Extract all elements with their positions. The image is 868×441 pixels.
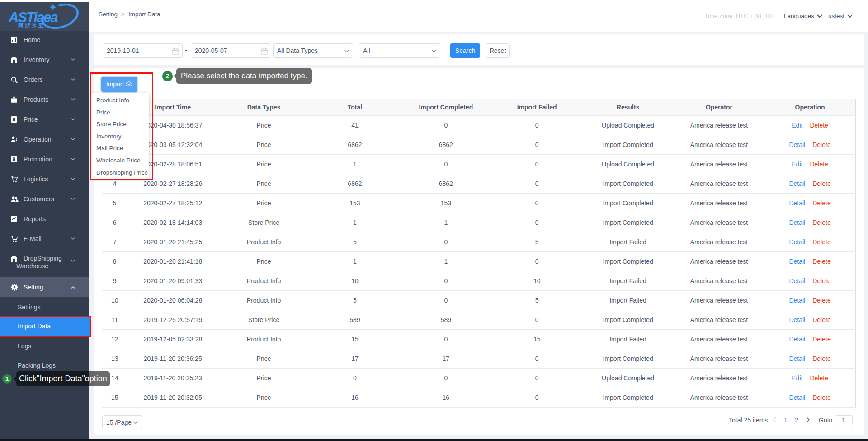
svg-text:¥: ¥	[13, 117, 15, 122]
svg-text:¥: ¥	[13, 157, 15, 162]
svg-text:阿斯米亚: 阿斯米亚	[18, 23, 45, 28]
